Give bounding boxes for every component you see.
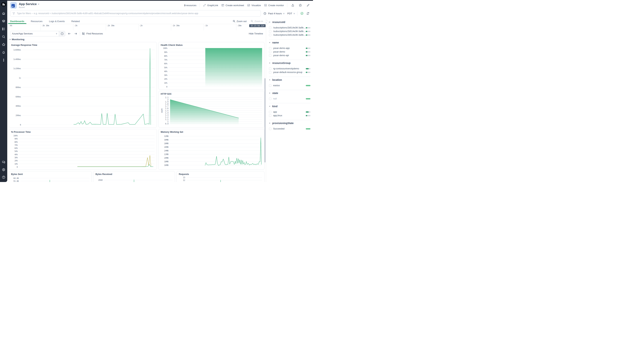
chart-health-check-status[interactable]: Health Check Status100%90%80%70%60%50%40…: [158, 42, 265, 89]
chart-canvas[interactable]: [187, 177, 262, 182]
checkbox[interactable]: [269, 84, 271, 87]
chart-processor-time[interactable]: % Processor Time100%90%80%70%60%50%40%30…: [9, 129, 157, 170]
graphlink-button[interactable]: GraphLink: [203, 4, 218, 7]
chart-bytes-received[interactable]: Bytes Received20kB: [93, 171, 175, 182]
chart-memory-working-set[interactable]: Memory Working Set32MB30MB28MB26MB24MB22…: [158, 129, 265, 170]
y-axis-tick-label: 40%: [14, 153, 18, 155]
left-nav-rail: [0, 1, 7, 182]
facet-item[interactable]: /subscriptions/2b514e36-3a9b-4...: [269, 33, 311, 37]
facet-header[interactable]: ▼resourceGroup: [269, 62, 311, 65]
dashboards-list-icon[interactable]: [1, 27, 6, 31]
feedback-chat-icon[interactable]: [1, 160, 6, 164]
notifications-bell-icon[interactable]: [1, 50, 6, 55]
chevron-down-icon[interactable]: ∨: [283, 12, 285, 15]
vertical-scrollbar[interactable]: [265, 78, 266, 162]
chart-requests[interactable]: Requests1312: [176, 171, 265, 182]
facet-header[interactable]: ▼name: [269, 41, 311, 44]
facet-count-bar: [306, 115, 311, 116]
resource-type-options-button[interactable]: [59, 31, 65, 36]
chart-canvas[interactable]: [104, 177, 173, 182]
facet-header[interactable]: ▼resourceId: [269, 21, 311, 24]
y-axis-tick-label: 30MB: [164, 139, 168, 141]
facet-item[interactable]: app: [269, 110, 311, 114]
facet-item[interactable]: eastus: [269, 84, 311, 87]
timezone-select[interactable]: PDT: [287, 12, 292, 15]
monitoring-section-header[interactable]: ▾ Monitoring: [7, 37, 266, 42]
filter-input[interactable]: [17, 12, 259, 15]
hide-timeline-button[interactable]: Hide Timeline: [249, 32, 263, 35]
time-range-select[interactable]: Past 4 hours: [268, 12, 282, 15]
filter-input-box[interactable]: [10, 10, 261, 17]
chart-average-response-time[interactable]: Average Response Time1s600ms1s400ms1s200…: [9, 42, 157, 127]
y-axis-tick-label: 1.7: [165, 105, 168, 107]
tab-resources[interactable]: Resources: [31, 18, 42, 24]
chart-canvas[interactable]: [170, 134, 262, 167]
facet-item[interactable]: yasar-demo-api: [269, 54, 311, 57]
share-button[interactable]: [291, 3, 295, 7]
checkbox[interactable]: [269, 30, 271, 33]
facet-item[interactable]: Succeeded: [269, 127, 311, 131]
collapse-panel-button[interactable]: ›: [266, 20, 269, 25]
facet-item[interactable]: app,linux: [269, 114, 311, 117]
checkbox[interactable]: [269, 111, 271, 113]
facet-item[interactable]: /subscriptions/2b514e36-3a9b-4...: [269, 30, 311, 33]
facet-item[interactable]: yasar-default-resource-group: [269, 71, 311, 74]
tab-logs-events[interactable]: Logs & Events: [49, 18, 65, 24]
layers-icon[interactable]: [1, 19, 6, 23]
chart-http-5xx[interactable]: HTTP 5XXeach2.121.91.81.71.61.51.41.31.2…: [158, 91, 265, 127]
checkbox[interactable]: [269, 54, 271, 57]
facet-item[interactable]: /subscriptions/2b514e36-3a9b-4...: [269, 26, 311, 30]
checkbox[interactable]: [269, 68, 271, 70]
chevron-down-icon[interactable]: ∨: [293, 12, 295, 15]
help-icon[interactable]: [1, 175, 6, 180]
org-logo-icon[interactable]: [1, 2, 6, 6]
chart-bytes-sent[interactable]: Bytes Sent60.0K55.0K: [9, 171, 92, 182]
chart-canvas[interactable]: [169, 47, 262, 87]
tab-related[interactable]: Related: [71, 18, 80, 24]
chart-canvas[interactable]: [23, 47, 155, 125]
checkbox[interactable]: [269, 51, 271, 53]
facet-item[interactable]: null: [269, 97, 311, 101]
home-icon[interactable]: [1, 11, 6, 16]
checkbox[interactable]: [269, 98, 271, 100]
back-button[interactable]: [67, 32, 72, 36]
facet-header[interactable]: ▼kind: [269, 105, 311, 108]
chart-title: Memory Working Set: [161, 131, 262, 133]
create-worksheet-button[interactable]: Create worksheet: [221, 4, 244, 7]
timeline-tick: -1h 30m: [171, 24, 171, 31]
settings-gear-icon[interactable]: [1, 168, 6, 172]
favorite-star-button[interactable]: [298, 3, 303, 7]
more-kebab-icon[interactable]: [1, 58, 6, 62]
zoom-out-button[interactable]: Zoom out: [233, 20, 246, 23]
facet-item[interactable]: rg-contosouniversitydemo: [269, 67, 311, 71]
chart-canvas[interactable]: [19, 134, 155, 167]
find-resources-button[interactable]: Find Resources: [82, 32, 103, 35]
chart-canvas[interactable]: [170, 96, 262, 125]
checkbox[interactable]: [269, 71, 271, 73]
checkbox[interactable]: [269, 128, 271, 130]
chevron-down-icon[interactable]: ∨: [38, 3, 39, 5]
facet-item[interactable]: yasar-demo-app: [269, 46, 311, 50]
facet-header[interactable]: ▼state: [269, 92, 311, 95]
facet-header[interactable]: ▼provisioningState: [269, 122, 311, 125]
timeline-strip[interactable]: 15:23:58.124 -4h-3h 30m-3h-2h 30m-2h-1h …: [7, 24, 266, 31]
checkbox[interactable]: [269, 114, 271, 117]
edit-pencil-button[interactable]: [306, 3, 310, 7]
checkbox[interactable]: [269, 47, 271, 49]
forward-button[interactable]: [74, 32, 78, 36]
search-icon[interactable]: [1, 35, 6, 39]
refresh-button[interactable]: [306, 11, 310, 16]
facet-item[interactable]: yasar-demo: [269, 50, 311, 54]
tab-dashboards[interactable]: Dashboards: [10, 18, 24, 24]
create-monitor-button[interactable]: Create monitor: [264, 4, 284, 7]
favorites-star-icon[interactable]: [1, 42, 6, 47]
visualize-button[interactable]: Visualize: [247, 4, 261, 7]
zoom-in-button[interactable]: Zoom in: [250, 20, 263, 23]
chart-canvas[interactable]: [20, 177, 89, 182]
checkbox[interactable]: [269, 34, 271, 36]
facet-header[interactable]: ▼location: [269, 78, 311, 81]
checkbox[interactable]: [269, 27, 271, 29]
y-axis-tick-label: 20%: [14, 160, 18, 162]
resource-type-select[interactable]: Azure/App Services ∨: [10, 31, 59, 36]
query-status-button[interactable]: [300, 11, 304, 16]
